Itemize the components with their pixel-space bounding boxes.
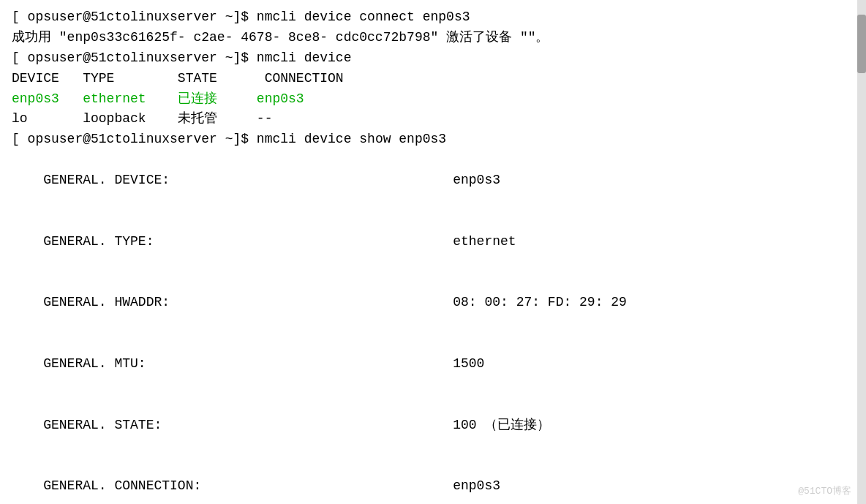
scrollbar[interactable] [857, 0, 866, 504]
device-enp0s3-row: enp0s3 ethernet 已连接 enp0s3 [12, 89, 854, 110]
general-hwaddr-label: GENERAL. HWADDR: [43, 293, 453, 313]
general-type-value: ethernet [453, 234, 516, 249]
general-state: GENERAL. STATE:100 （已连接） [12, 395, 854, 456]
general-hwaddr: GENERAL. HWADDR:08: 00: 27: FD: 29: 29 [12, 273, 854, 334]
device-lo-row: lo loopback 未托管 -- [12, 109, 854, 129]
watermark: @51CTO博客 [798, 484, 851, 500]
general-state-value: 100 （已连接） [453, 418, 550, 432]
general-state-label: GENERAL. STATE: [43, 415, 453, 436]
general-type-label: GENERAL. TYPE: [43, 232, 453, 252]
general-connection-value: enp0s3 [453, 478, 500, 493]
terminal-window: [ opsuser@51ctolinuxserver ~]$ nmcli dev… [0, 0, 866, 504]
general-device-value: enp0s3 [453, 173, 500, 187]
cmd-line-3: [ opsuser@51ctolinuxserver ~]$ nmcli dev… [12, 48, 854, 69]
cmd-line-show: [ opsuser@51ctolinuxserver ~]$ nmcli dev… [12, 129, 854, 150]
general-connection-label: GENERAL. CONNECTION: [43, 476, 453, 497]
general-hwaddr-value: 08: 00: 27: FD: 29: 29 [453, 295, 627, 309]
general-mtu: GENERAL. MTU:1500 [12, 334, 854, 395]
scrollbar-thumb[interactable] [857, 15, 866, 73]
general-device-label: GENERAL. DEVICE: [43, 170, 453, 191]
cmd-line-2: 成功用 "enp0s33c61625f- c2ae- 4678- 8ce8- c… [12, 28, 854, 48]
general-type: GENERAL. TYPE:ethernet [12, 211, 854, 273]
general-device: GENERAL. DEVICE:enp0s3 [12, 150, 854, 211]
general-mtu-label: GENERAL. MTU: [43, 354, 453, 375]
cmd-line-1: [ opsuser@51ctolinuxserver ~]$ nmcli dev… [12, 7, 854, 28]
general-connection: GENERAL. CONNECTION:enp0s3 [12, 456, 854, 504]
device-header: DEVICE TYPE STATE CONNECTION [12, 69, 854, 89]
general-mtu-value: 1500 [453, 356, 484, 371]
